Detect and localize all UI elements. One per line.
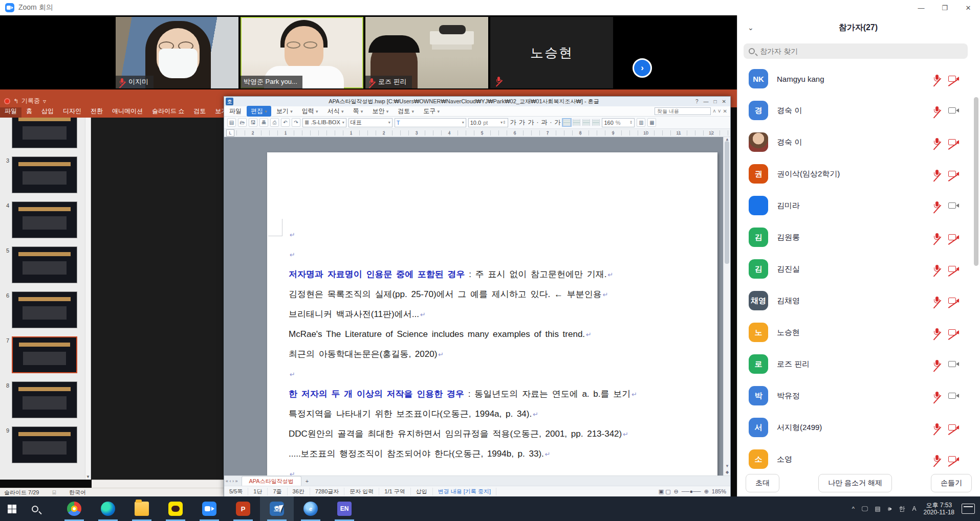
align-justify-button[interactable] xyxy=(563,119,571,126)
slide-thumbnail[interactable] xyxy=(12,336,77,373)
hwp-menu-item[interactable]: 검토 ▾ xyxy=(394,106,418,117)
close-button[interactable]: ✕ xyxy=(956,0,980,15)
taskbar-app-edge-blue[interactable]: e xyxy=(294,496,328,521)
raise-hand-button[interactable]: 손들기 xyxy=(931,474,972,492)
participant-row[interactable]: NK Namgyu kang xyxy=(737,63,980,95)
font-type-combo[interactable]: 대표▾ xyxy=(349,118,393,127)
font-face-combo[interactable]: T▾ xyxy=(395,118,466,127)
hwp-menu-item[interactable]: 입력 ▾ xyxy=(298,106,322,117)
print-icon[interactable]: 🖶 xyxy=(259,118,268,127)
document-text-line[interactable]: .....보조표의 행정조직이 참조되어야 한다(오동근, 1994b, p. … xyxy=(289,444,662,464)
document-text-line[interactable]: 최근의 아동학대논문은(홍길동, 2020)↵ xyxy=(289,345,662,365)
ruler-origin-box[interactable]: L xyxy=(226,129,234,137)
taskbar-app-chrome[interactable] xyxy=(57,496,91,521)
taskbar-app-zoom[interactable] xyxy=(192,496,226,521)
find-next-icon[interactable]: ˅ xyxy=(718,108,721,114)
qat-more-icon[interactable]: ▿ xyxy=(43,98,46,105)
ppt-horizontal-scrollbar[interactable] xyxy=(92,480,224,488)
start-button[interactable] xyxy=(0,496,24,521)
document-text-line[interactable]: McRae's The Literature of Science includ… xyxy=(289,325,662,345)
style-combo[interactable]: ≣ .S-LIB-BOX▾ xyxy=(302,118,346,127)
document-text-line[interactable]: ↵ xyxy=(289,245,662,265)
ime-korean-indicator[interactable]: 한 xyxy=(899,505,905,513)
video-tile[interactable]: 로즈 핀리 xyxy=(365,17,488,88)
next-videos-page-button[interactable]: › xyxy=(633,58,652,78)
slide-thumbnail[interactable] xyxy=(12,246,77,283)
volume-icon[interactable]: 🕪 xyxy=(888,505,892,512)
video-tile[interactable]: 이지미 xyxy=(116,17,238,88)
columns-icon[interactable]: ▥ xyxy=(637,118,645,127)
taskbar-app-kakaotalk[interactable] xyxy=(159,496,192,521)
slide-thumbnail[interactable] xyxy=(12,156,77,193)
ppt-ribbon-tab[interactable]: 애니메이션 xyxy=(107,107,147,118)
participant-row[interactable]: 노 노승현 xyxy=(737,316,980,348)
zoom-level[interactable]: 185% xyxy=(712,488,726,494)
save-icon[interactable]: 🖫 xyxy=(249,118,257,127)
taskbar-app-explorer[interactable] xyxy=(125,496,159,521)
participant-row[interactable]: 김 김원롱 xyxy=(737,221,980,253)
unmute-me-button[interactable]: 나만 음소거 해제 xyxy=(818,474,892,492)
participants-search-input[interactable] xyxy=(759,47,963,56)
participant-row[interactable]: 소 소영 xyxy=(737,443,980,475)
participant-row[interactable]: 경 경숙 이 xyxy=(737,95,980,126)
minimize-button[interactable]: — xyxy=(909,0,933,15)
zoom-slider[interactable]: ──●── xyxy=(682,488,701,494)
participant-row[interactable]: 박 박유정 xyxy=(737,380,980,412)
document-tab[interactable]: APA스타일작성법 xyxy=(242,476,301,486)
document-text-line[interactable]: DDC원안의 골격을 최대한 유지하면서 임의규정을 적용(오동근, 2001,… xyxy=(289,424,662,444)
align-right-button[interactable] xyxy=(592,119,600,126)
line-spacing-combo[interactable]: 160%⇕ xyxy=(602,118,635,127)
find-close-icon[interactable]: ✕ xyxy=(723,108,727,114)
spellcheck-icon[interactable]: ⌻ xyxy=(52,489,56,496)
font-size-combo[interactable]: 10.0pt▾⇕ xyxy=(468,118,508,127)
ppt-ribbon-tab[interactable]: 슬라이드 쇼 xyxy=(147,107,189,118)
ppt-ribbon-tab[interactable]: 디자인 xyxy=(58,107,86,118)
taskbar-app-language[interactable]: EN xyxy=(328,496,361,521)
slide-thumbnail[interactable] xyxy=(12,201,77,238)
find-prev-icon[interactable]: ˄ xyxy=(713,108,716,114)
participant-row[interactable]: 김미라 xyxy=(737,190,980,221)
slide-thumbnail-item[interactable]: 3 xyxy=(3,156,84,194)
document-text-line[interactable]: ↵ xyxy=(289,365,662,384)
slide-thumbnail-item[interactable]: 7 xyxy=(3,336,84,374)
ppt-ribbon-tab[interactable]: 홈 xyxy=(21,107,37,118)
display-icon[interactable]: 🖵 xyxy=(862,505,868,512)
participant-row[interactable]: 채영 김채영 xyxy=(737,285,980,316)
tray-expand-chevron-icon[interactable]: ^ xyxy=(852,506,855,512)
participant-row[interactable]: 권 권이삭(임상2학기) xyxy=(737,158,980,190)
hwp-help-button[interactable]: ? xyxy=(695,99,699,104)
slide-thumbnail[interactable] xyxy=(12,381,77,418)
scroll-down-icon[interactable]: ▼ xyxy=(86,474,90,479)
new-document-icon[interactable]: ▤ xyxy=(227,118,236,127)
ppt-ribbon-tab[interactable]: 보기 xyxy=(210,107,224,118)
slide-thumbnail-item[interactable]: 2 xyxy=(3,118,84,149)
hwp-minimize-button[interactable]: — xyxy=(704,99,709,104)
document-text-line[interactable]: 김정현은 목록조직의 실제(pp. 25-70)에서 그 예를 제시하고 있다.… xyxy=(289,285,662,305)
ppt-ribbon-tab[interactable]: 파일 xyxy=(0,107,21,118)
taskbar-app-edge[interactable] xyxy=(91,496,125,521)
ppt-ribbon-tab[interactable]: 삽입 xyxy=(37,107,58,118)
participant-row[interactable]: 김 김진실 xyxy=(737,253,980,285)
undo-icon[interactable]: ↰ xyxy=(13,98,18,105)
slide-thumbnail[interactable] xyxy=(12,426,77,463)
ppt-slide-panel[interactable]: 2 3 4 5 6 7 8 9 xyxy=(0,118,91,480)
redo-icon[interactable]: ↷ xyxy=(292,118,300,127)
tab-nav-icons[interactable]: « ‹ › » xyxy=(224,479,239,484)
zoom-out-icon[interactable]: ⊖ xyxy=(674,488,679,495)
slide-thumbnail[interactable] xyxy=(12,291,77,328)
scroll-down-icon[interactable]: ▼ xyxy=(724,464,731,468)
action-center-icon[interactable] xyxy=(962,504,975,514)
bold-italic-underline-buttons[interactable]: 가 가 가 ∙ 과 ∙ 가 xyxy=(510,118,561,127)
video-tile-no-video[interactable]: 노승현 xyxy=(490,17,613,88)
page-nav-icon[interactable]: ◆ xyxy=(724,470,731,474)
ime-mode-indicator[interactable]: A xyxy=(912,505,916,512)
hwp-close-button[interactable]: ✕ xyxy=(722,99,726,104)
slide-panel-scrollbar[interactable]: ▼ xyxy=(85,118,91,480)
document-text-line[interactable]: 특정지역을 나타내기 위한 보조표이다(오동근, 1994a, p. 34).↵ xyxy=(289,404,662,424)
panel-collapse-chevron-icon[interactable]: ⌄ xyxy=(748,24,754,32)
maximize-button[interactable]: ❐ xyxy=(933,0,956,15)
undo-icon[interactable]: ↶ xyxy=(281,118,290,127)
taskbar-app-hwp[interactable]: 호 xyxy=(260,496,294,521)
slide-thumbnail-item[interactable]: 4 xyxy=(3,201,84,239)
participants-search[interactable] xyxy=(744,43,968,59)
